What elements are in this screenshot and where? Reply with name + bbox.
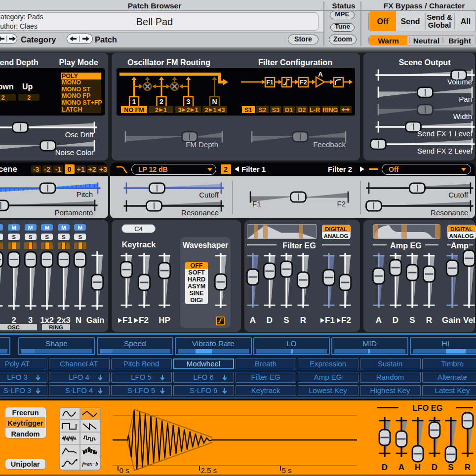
svg-text:F1: F1 [266, 79, 274, 86]
svg-text:1: 1 [132, 98, 136, 106]
svg-text:2: 2 [159, 98, 163, 106]
svg-text:N: N [212, 98, 217, 106]
svg-text:A: A [318, 71, 323, 78]
svg-text:3: 3 [187, 98, 191, 106]
svg-text:F2: F2 [300, 79, 307, 86]
